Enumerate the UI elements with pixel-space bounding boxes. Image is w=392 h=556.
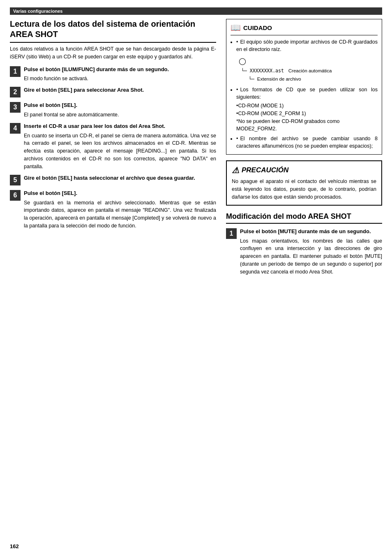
step-2: 2 Gire el botón [SEL] para seleccionar A… [10,86,216,97]
caution-body: El equipo sólo puede importar archivos d… [231,39,378,150]
page: Varias configuraciones Lectura de los da… [0,0,392,556]
cd-format-note: *No se pueden leer CD-ROM grabados como … [236,118,378,133]
cd-format-2: •CD-ROM (MODE 2_FORM 1) [236,110,378,118]
substep-1-content: Pulse el botón [MUTE] durante más de un … [240,228,382,276]
substep-1-body: Los mapas orientativos, los nombres de l… [240,237,382,276]
caution-item-3: El nombre del archivo se puede cambiar u… [236,135,378,150]
caution-list: El equipo sólo puede importar archivos d… [231,39,378,53]
step-3-content: Pulse el botón [SEL]. El panel frontal s… [24,102,216,118]
caution-item-1: El equipo sólo puede importar archivos d… [236,39,378,53]
step-5-number: 5 [10,175,21,185]
step-1-body: El modo función se activará. [24,75,216,83]
step-3-title: Pulse el botón [SEL]. [24,102,216,109]
step-2-content: Gire el botón [SEL] para seleccionar Are… [24,86,216,94]
warning-body: No apague el aparato ni el contacto del … [232,178,376,201]
step-5: 5 Gire el botón [SEL] hasta seleccionar … [10,174,216,185]
caution-title: CUIDADO [243,24,272,31]
caution-list-3: El nombre del archivo se puede cambiar u… [231,135,378,150]
cd-formats: •CD-ROM (MODE 1) •CD-ROM (MODE 2_FORM 1)… [231,102,378,133]
step-4-content: Inserte el CD-R a usar para leer los dat… [24,123,216,170]
cd-diagram: ◯ └─ XXXXXXXX.ast Creación automática └─… [239,56,378,83]
step-4: 4 Inserte el CD-R a usar para leer los d… [10,123,216,170]
step-4-title: Inserte el CD-R a usar para leer los dat… [24,123,216,130]
warning-triangle-icon: ⚠ [232,165,239,175]
caution-box: 📖 CUIDADO El equipo sólo puede importar … [226,19,382,155]
step-3: 3 Pulse el botón [SEL]. El panel frontal… [10,102,216,118]
warning-title: PRECAUCIÓN [242,166,288,174]
subsection-title: Modificación del modo AREA SHOT [226,212,382,224]
step-2-number: 2 [10,87,21,97]
cd-tree-line1: └─ XXXXXXXX.ast Creación automática [241,67,332,75]
step-4-body: En cuanto se inserta un CD-R, el panel s… [24,132,216,171]
warning-box: ⚠ PRECAUCIÓN No apague el aparato ni el … [226,160,382,206]
step-6-content: Pulse el botón [SEL]. Se guardará en la … [24,190,216,229]
step-3-body: El panel frontal se abre automáticamente… [24,111,216,119]
caution-item-2: Los formatos de CD que se pueden utiliza… [236,86,378,101]
step-5-content: Gire el botón [SEL] hasta seleccionar el… [24,174,216,182]
section-title: Lectura de los datos del sistema de orie… [10,19,216,43]
substep-1: 1 Pulse el botón [MUTE] durante más de u… [226,228,382,276]
top-bar: Varias configuraciones [10,7,382,15]
book-icon: 📖 [231,23,241,32]
step-1: 1 Pulse el botón [ILUM/FUNC] durante más… [10,66,216,83]
caution-list-2: Los formatos de CD que se pueden utiliza… [231,86,378,101]
top-bar-label: Varias configuraciones [13,9,62,14]
cd-tree: └─ XXXXXXXX.ast Creación automática └─ E… [241,67,332,83]
cd-format-1: •CD-ROM (MODE 1) [236,102,378,110]
page-number: 162 [10,543,19,549]
step-4-number: 4 [10,123,21,134]
step-1-number: 1 [10,66,21,77]
substep-1-title: Pulse el botón [MUTE] durante más de un … [240,228,382,235]
step-3-number: 3 [10,102,21,113]
caution-header: 📖 CUIDADO [231,23,378,35]
step-6: 6 Pulse el botón [SEL]. Se guardará en l… [10,190,216,229]
step-2-title: Gire el botón [SEL] para seleccionar Are… [24,86,216,94]
step-6-body: Se guardará en la memoria el archivo sel… [24,199,216,230]
section-intro: Los datos relativos a la función AREA SH… [10,45,216,61]
warning-header: ⚠ PRECAUCIÓN [232,165,376,175]
step-6-title: Pulse el botón [SEL]. [24,190,216,197]
step-5-title: Gire el botón [SEL] hasta seleccionar el… [24,174,216,182]
substep-1-number: 1 [226,228,237,239]
step-6-number: 6 [10,190,21,201]
step-1-title: Pulse el botón [ILUM/FUNC] durante más d… [24,66,216,73]
step-1-content: Pulse el botón [ILUM/FUNC] durante más d… [24,66,216,83]
right-column: 📖 CUIDADO El equipo sólo puede importar … [226,19,382,280]
left-column: Lectura de los datos del sistema de orie… [10,19,216,280]
cd-tree-line2: └─ Extensión de archivo [249,75,332,83]
cd-symbol: ◯ [239,56,246,66]
